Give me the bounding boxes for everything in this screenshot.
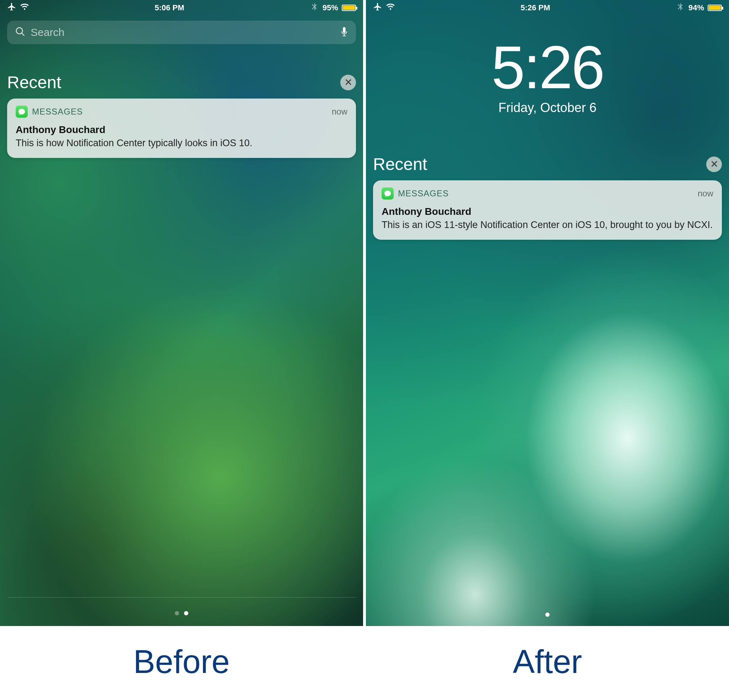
page-dot — [175, 611, 179, 615]
page-dot-active — [184, 611, 188, 615]
notification-card[interactable]: MESSAGES now Anthony Bouchard This is an… — [373, 180, 722, 240]
page-indicator[interactable] — [366, 613, 729, 617]
status-time: 5:26 PM — [395, 3, 675, 12]
battery-icon — [708, 4, 722, 11]
dictation-icon[interactable] — [340, 26, 348, 38]
after-screen: 5:26 PM 94% 5:26 Friday, October 6 — [366, 0, 729, 626]
wifi-icon — [20, 2, 29, 13]
notification-time: now — [698, 188, 713, 199]
messages-app-icon — [16, 106, 28, 118]
recent-header: Recent ✕ — [373, 154, 722, 174]
clock-time: 5:26 — [373, 37, 722, 97]
search-icon — [15, 26, 26, 38]
battery-fill — [343, 6, 355, 10]
wifi-icon — [386, 2, 395, 13]
battery-percent: 95% — [322, 3, 338, 12]
battery-icon — [342, 4, 356, 11]
notification-app-name: MESSAGES — [32, 107, 327, 117]
page-indicator[interactable] — [0, 611, 363, 615]
caption-before: Before — [0, 626, 363, 697]
caption-after: After — [366, 626, 729, 697]
notification-card[interactable]: MESSAGES now Anthony Bouchard This is ho… — [7, 99, 356, 158]
spotlight-search[interactable]: Search — [7, 20, 356, 44]
status-bar: 5:06 PM 95% — [7, 0, 356, 16]
status-bar: 5:26 PM 94% — [373, 0, 722, 16]
airplane-mode-icon — [7, 2, 16, 13]
bluetooth-icon — [310, 2, 319, 13]
bluetooth-icon — [675, 2, 685, 13]
notification-body: This is an iOS 11-style Notification Cen… — [382, 219, 713, 231]
clear-recent-button[interactable]: ✕ — [706, 157, 722, 172]
search-placeholder: Search — [30, 26, 335, 38]
recent-header: Recent ✕ — [7, 72, 356, 92]
status-time: 5:06 PM — [29, 3, 310, 12]
close-icon: ✕ — [710, 158, 718, 170]
lock-screen-clock: 5:26 Friday, October 6 — [373, 16, 722, 115]
page-dot-active — [545, 613, 550, 617]
clear-recent-button[interactable]: ✕ — [340, 75, 356, 90]
notification-sender: Anthony Bouchard — [382, 206, 713, 217]
notification-time: now — [332, 107, 347, 117]
airplane-mode-icon — [373, 2, 382, 13]
notification-sender: Anthony Bouchard — [16, 124, 347, 136]
before-screen: 5:06 PM 95% — [0, 0, 363, 626]
close-icon: ✕ — [344, 77, 352, 88]
battery-percent: 94% — [688, 3, 704, 12]
battery-fill — [709, 6, 721, 10]
messages-app-icon — [382, 187, 394, 200]
bottom-separator — [7, 597, 356, 597]
notification-app-name: MESSAGES — [398, 188, 693, 199]
recent-title: Recent — [373, 154, 427, 174]
clock-date: Friday, October 6 — [373, 100, 722, 115]
notification-body: This is how Notification Center typicall… — [16, 137, 347, 149]
recent-title: Recent — [7, 72, 61, 92]
